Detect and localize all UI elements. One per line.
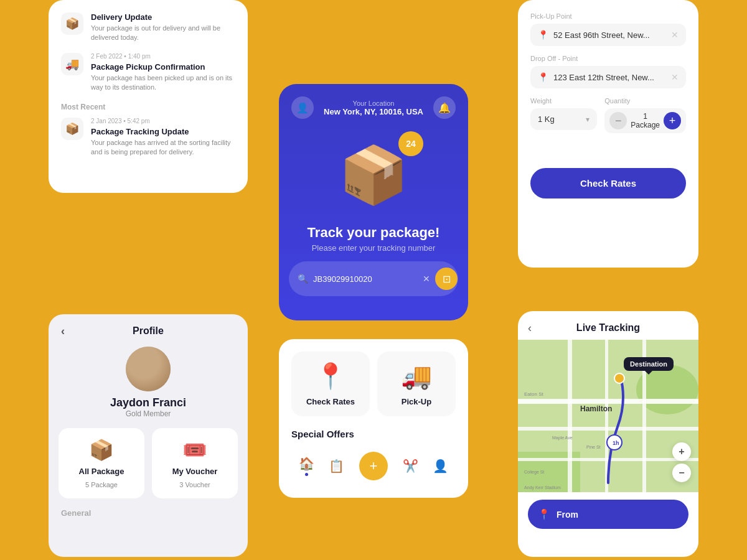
svg-text:Hamilton: Hamilton: [580, 404, 612, 413]
svg-rect-6: [568, 340, 572, 492]
destination-tag: Destination: [624, 357, 674, 371]
dropoff-clear-icon[interactable]: ✕: [671, 72, 679, 82]
weight-dropdown-icon[interactable]: ▾: [586, 115, 590, 124]
pickup-input-row[interactable]: 📍 52 East 96th Street, New... ✕: [530, 24, 686, 46]
avatar: [126, 347, 171, 391]
live-tracking-header: ‹ Live Tracking: [518, 311, 698, 340]
package-icon: 📦: [89, 438, 114, 462]
quick-actions-row: 📍 Check Rates 🚚 Pick-Up: [291, 352, 456, 416]
dropoff-point-label: Drop Off - Point: [530, 55, 686, 62]
profile-card: ‹ Profile Jaydon Franci Gold Member 📦 Al…: [49, 314, 248, 557]
check-rates-button[interactable]: Check Rates: [530, 168, 686, 198]
pickup-location-icon: 📍: [538, 30, 548, 40]
tracking-number-input[interactable]: [313, 274, 418, 284]
tracking-card: 👤 Your Location New York, NY, 10016, USA…: [279, 84, 468, 320]
dropoff-location-icon: 📍: [538, 72, 548, 82]
quantity-decrease-button[interactable]: −: [609, 112, 627, 129]
voucher-count: 3 Voucher: [179, 481, 210, 488]
notif-desc-recent: Your package has arrived at the sorting …: [91, 138, 235, 157]
all-package-label: All Package: [79, 467, 125, 476]
notif-icon-pickup: 🚚: [61, 53, 83, 75]
from-button[interactable]: 📍 From: [528, 500, 688, 529]
quantity-increase-button[interactable]: +: [664, 112, 681, 129]
notif-title-delivery: Delivery Update: [91, 12, 235, 22]
quantity-stepper: − 1 Package +: [604, 108, 686, 133]
svg-text:College St: College St: [524, 470, 544, 475]
most-recent-label: Most Recent: [61, 103, 235, 111]
voucher-label: My Voucher: [172, 467, 218, 476]
svg-point-10: [614, 373, 624, 383]
quick-actions-card: 📍 Check Rates 🚚 Pick-Up Special Offers 🏠…: [279, 339, 468, 498]
nav-add-button[interactable]: +: [359, 452, 388, 480]
notif-icon-delivery: 📦: [61, 12, 83, 35]
nav-profile[interactable]: 👤: [433, 459, 448, 474]
zoom-out-button[interactable]: −: [672, 464, 691, 482]
pickup-icon: 🚚: [401, 362, 432, 391]
pickup-clear-icon[interactable]: ✕: [671, 30, 679, 40]
weight-value: 1 Kg: [538, 114, 581, 124]
profile-title: Profile: [133, 325, 164, 337]
notif-item-pickup: 🚚 2 Feb 2022 • 1:40 pm Package Pickup Co…: [61, 53, 235, 93]
from-icon: 📍: [538, 508, 550, 520]
notification-bell-icon[interactable]: 🔔: [433, 96, 456, 119]
home-icon: 🏠: [299, 456, 314, 471]
check-rates-label: Check Rates: [306, 397, 355, 406]
dropoff-value: 123 East 12th Street, New...: [553, 73, 666, 82]
pickup-value: 52 East 96th Street, New...: [553, 30, 666, 40]
tracking-search-bar[interactable]: 🔍 ✕ ⊡: [289, 261, 458, 296]
weight-quantity-row: Weight 1 Kg ▾ Quantity − 1 Package +: [530, 97, 686, 133]
location-label: Your Location: [314, 100, 433, 107]
live-tracking-title: Live Tracking: [576, 322, 640, 334]
svg-text:1h: 1h: [613, 440, 619, 446]
tracking-header: 👤 Your Location New York, NY, 10016, USA…: [279, 84, 468, 119]
svg-text:Maple Ave: Maple Ave: [552, 436, 573, 441]
nav-home[interactable]: 🏠: [299, 456, 314, 476]
live-back-button[interactable]: ‹: [528, 322, 532, 335]
voucher-card[interactable]: 🎟️ My Voucher 3 Voucher: [152, 428, 238, 498]
special-offers-title: Special Offers: [291, 429, 456, 439]
scissors-icon: ✂️: [403, 459, 418, 474]
all-package-card[interactable]: 📦 All Package 5 Package: [59, 428, 144, 498]
tracking-illustration: 24 📦: [311, 125, 436, 225]
pickup-point-label: Pick-Up Point: [530, 12, 686, 20]
tracking-subtitle: Please enter your tracking number: [279, 243, 468, 253]
nav-orders[interactable]: 📋: [329, 459, 344, 474]
svg-text:Pine St: Pine St: [586, 445, 601, 449]
profile-membership-badge: Gold Member: [49, 409, 248, 418]
dropoff-input-row[interactable]: 📍 123 East 12th Street, New... ✕: [530, 66, 686, 88]
orders-icon: 📋: [329, 459, 344, 474]
check-rates-icon: 📍: [315, 362, 346, 391]
pickup-label: Pick-Up: [402, 397, 431, 406]
profile-icon: 👤: [433, 459, 448, 474]
live-tracking-card: ‹ Live Tracking Hamilton Eaton St: [518, 311, 698, 557]
notifications-card: 📦 Delivery Update Your package is out fo…: [49, 0, 248, 193]
map-view: Hamilton Eaton St Maple Ave Pine St Coll…: [518, 340, 698, 492]
clear-search-icon[interactable]: ✕: [423, 274, 430, 284]
voucher-icon: 🎟️: [182, 438, 207, 462]
scan-barcode-button[interactable]: ⊡: [435, 268, 458, 290]
quantity-label: Quantity: [604, 97, 686, 105]
profile-header: ‹ Profile: [49, 314, 248, 337]
notif-item-recent: 📦 2 Jan 2023 • 5:42 pm Package Tracking …: [61, 118, 235, 157]
user-icon[interactable]: 👤: [291, 96, 314, 119]
profile-back-button[interactable]: ‹: [61, 325, 65, 338]
general-section-label: General: [49, 508, 248, 518]
nav-scissors[interactable]: ✂️: [403, 459, 418, 474]
zoom-in-button[interactable]: +: [672, 442, 691, 461]
pickup-button[interactable]: 🚚 Pick-Up: [377, 352, 456, 416]
weight-input[interactable]: 1 Kg ▾: [530, 108, 597, 130]
svg-text:Andy Kerr Stadium: Andy Kerr Stadium: [524, 485, 561, 490]
notif-date-pickup: 2 Feb 2022 • 1:40 pm: [91, 53, 235, 60]
notif-item-delivery: 📦 Delivery Update Your package is out fo…: [61, 12, 235, 43]
notif-date-recent: 2 Jan 2023 • 5:42 pm: [91, 118, 235, 124]
profile-cards-row: 📦 All Package 5 Package 🎟️ My Voucher 3 …: [49, 428, 248, 498]
profile-name: Jaydon Franci: [49, 396, 248, 409]
search-icon: 🔍: [298, 274, 308, 284]
bottom-navigation: 🏠 📋 + ✂️ 👤: [291, 447, 456, 485]
svg-text:Eaton St: Eaton St: [524, 391, 543, 397]
notif-icon-recent: 📦: [61, 118, 83, 140]
from-label: From: [557, 510, 578, 520]
map-zoom-controls: + −: [672, 442, 691, 482]
weight-label: Weight: [530, 97, 597, 105]
check-rates-button[interactable]: 📍 Check Rates: [291, 352, 370, 416]
